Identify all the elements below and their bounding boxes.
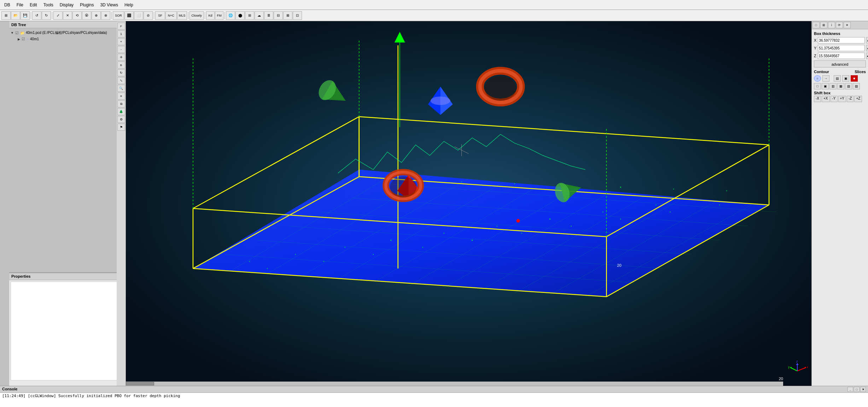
console-content: [11:24:49] [ccGLWindow] Succesfully init… xyxy=(0,393,868,407)
shift-plus-y[interactable]: +Y xyxy=(838,96,846,102)
side-btn-back[interactable]: B xyxy=(117,61,125,69)
toolbar-btn-rotate[interactable]: ⟲ xyxy=(72,11,82,20)
side-btn-minus[interactable]: - xyxy=(117,46,125,53)
toolbar-btn-sphere[interactable]: ⬤ xyxy=(235,11,245,20)
slices-box-btn[interactable]: ▣ xyxy=(842,75,849,82)
slices-grid-btn[interactable]: ▤ xyxy=(834,75,841,82)
contour-arrow-btn[interactable]: → xyxy=(822,75,829,82)
svg-point-79 xyxy=(484,76,516,101)
viewport[interactable]: 20 x y z 20 xyxy=(126,21,811,386)
toolbar-btn-save[interactable]: 💾 xyxy=(21,11,30,20)
tree-item-root[interactable]: ▼ ☑ 📁 40m1.pcd (E:/PCL编程/PCLshiyan/PCLsh… xyxy=(11,30,124,36)
toolbar-btn-t7[interactable]: ⊡ xyxy=(293,11,302,20)
console-maximize[interactable]: □ xyxy=(854,387,860,392)
extra-btn-3[interactable]: ▥ xyxy=(829,83,837,89)
toolbar-btn-cloud[interactable]: ☁ xyxy=(255,11,264,20)
properties-content xyxy=(11,282,124,381)
toolbar-btn-new[interactable]: ⊞ xyxy=(1,11,11,20)
toolbar-btn-t6[interactable]: ⊠ xyxy=(283,11,292,20)
toolbar-btn-pick[interactable]: ⦿ xyxy=(82,11,91,20)
side-btn-layers[interactable]: ⧉ xyxy=(117,100,125,107)
rp-btn-refresh[interactable]: ⟳ xyxy=(836,22,843,28)
rp-btn-single[interactable]: □ xyxy=(812,22,820,28)
box-y-label: Y xyxy=(814,46,816,50)
rp-btn-grid[interactable]: ⊞ xyxy=(820,22,827,28)
tree-check-root[interactable]: ☑ xyxy=(15,31,19,35)
box-x-input[interactable] xyxy=(818,37,865,43)
tree-arrow-root[interactable]: ▼ xyxy=(11,31,14,35)
tree-label-40m1[interactable]: 40m1 xyxy=(30,37,39,41)
box-z-input[interactable] xyxy=(818,53,865,59)
menu-item-edit[interactable]: Edit xyxy=(27,2,40,8)
extra-btn-2[interactable]: ▣ xyxy=(822,83,829,89)
shift-minus-z[interactable]: -Z xyxy=(847,96,854,102)
toolbar-btn-add[interactable]: ⊕ xyxy=(92,11,101,20)
toolbar-btn-t1[interactable]: ⬛ xyxy=(124,11,134,20)
box-y-spin-up[interactable]: ▲ xyxy=(866,45,868,51)
console-close[interactable]: ✕ xyxy=(860,387,866,392)
side-btn-front[interactable]: F xyxy=(117,23,125,30)
toolbar-btn-t5[interactable]: ⊟ xyxy=(274,11,283,20)
folder-icon: 📁 xyxy=(20,31,24,35)
side-btn-view2[interactable]: 1 xyxy=(117,30,125,37)
extra-btn-4[interactable]: ▦ xyxy=(837,83,844,89)
tree-item-40m1[interactable]: ▶ ☑ ○ 40m1 xyxy=(11,36,124,42)
menu-item-3dviews[interactable]: 3D Views xyxy=(97,2,121,8)
side-btn-scale[interactable]: ⤡ xyxy=(117,77,125,84)
toolbar-btn-mesh[interactable]: ⊞ xyxy=(245,11,254,20)
toolbar-btn-sor[interactable]: SOR xyxy=(113,11,124,20)
side-btn-filter[interactable]: ≡ xyxy=(117,93,125,100)
toolbar-btn-redo[interactable]: ↻ xyxy=(42,11,51,20)
side-btn-search[interactable]: 🔍 xyxy=(117,85,125,92)
extra-btn-6[interactable]: ▨ xyxy=(853,83,860,89)
shift-plus-x[interactable]: +X xyxy=(822,96,830,102)
rp-btn-close[interactable]: ✕ xyxy=(844,22,851,28)
side-btn-plus[interactable]: + xyxy=(117,38,125,45)
tree-check-40m1[interactable]: ☑ xyxy=(22,37,25,41)
menu-item-db[interactable]: DB xyxy=(1,2,13,8)
tree-arrow-40m1[interactable]: ▶ xyxy=(18,37,20,41)
horizontal-scrollbar[interactable] xyxy=(126,382,783,386)
console-minimize[interactable]: _ xyxy=(847,387,853,392)
shift-minus-x[interactable]: -X xyxy=(814,96,821,102)
slices-filled-btn[interactable]: ■ xyxy=(851,75,858,82)
toolbar-btn-mls[interactable]: MLS xyxy=(177,11,187,20)
toolbar-btn-t2[interactable]: ⬜ xyxy=(134,11,143,20)
toolbar-btn-fm[interactable]: FM xyxy=(215,11,223,20)
box-z-spin-up[interactable]: ▲ xyxy=(866,53,868,59)
tree-label-root[interactable]: 40m1.pcd (E:/PCL编程/PCLshiyan/PCLshiyan/d… xyxy=(26,30,107,35)
toolbar-btn-remove[interactable]: ⊗ xyxy=(101,11,110,20)
menu-item-plugins[interactable]: Plugins xyxy=(77,2,97,8)
toolbar-btn-closely[interactable]: Closely xyxy=(190,11,204,20)
side-btn-cross[interactable]: ✛ xyxy=(117,54,125,61)
toolbar-btn-zoom-fit[interactable]: ⤢ xyxy=(53,11,63,20)
menu-item-file[interactable]: File xyxy=(14,2,26,8)
extra-btn-1[interactable]: □ xyxy=(814,83,821,89)
menu-item-display[interactable]: Display xyxy=(57,2,76,8)
side-btn-gear[interactable]: ⚙ xyxy=(117,116,125,123)
menu-item-tools[interactable]: Tools xyxy=(41,2,56,8)
advanced-button[interactable]: advanced xyxy=(814,60,866,67)
toolbar-btn-t4[interactable]: ≣ xyxy=(264,11,273,20)
side-btn-tree[interactable]: 🌲 xyxy=(117,108,125,115)
side-btn-flag[interactable]: ⚑ xyxy=(117,124,125,131)
toolbar-btn-t3[interactable]: ⊘ xyxy=(144,11,153,20)
scrollbar-thumb[interactable] xyxy=(126,382,154,385)
toolbar-btn-globe[interactable]: 🌐 xyxy=(226,11,235,20)
toolbar-btn-undo[interactable]: ↺ xyxy=(32,11,41,20)
menu-item-help[interactable]: Help xyxy=(122,2,136,8)
toolbar-btn-nc[interactable]: N+C xyxy=(165,11,177,20)
svg-marker-92 xyxy=(796,363,799,365)
rp-btn-info[interactable]: i xyxy=(828,22,835,28)
shift-minus-y[interactable]: -Y xyxy=(831,96,838,102)
toolbar-btn-close[interactable]: ✕ xyxy=(63,11,72,20)
toolbar-btn-sf[interactable]: SF xyxy=(155,11,165,20)
toolbar-btn-kd[interactable]: Kd xyxy=(206,11,215,20)
side-btn-rot[interactable]: ↻ xyxy=(117,69,125,76)
extra-btn-5[interactable]: ▧ xyxy=(845,83,852,89)
toolbar-btn-open[interactable]: 📂 xyxy=(11,11,20,20)
shift-plus-z[interactable]: +Z xyxy=(854,96,862,102)
box-y-input[interactable] xyxy=(818,45,865,51)
box-x-spin-up[interactable]: ▲ xyxy=(866,37,868,43)
contour-circle-btn[interactable]: ○ xyxy=(814,75,821,82)
